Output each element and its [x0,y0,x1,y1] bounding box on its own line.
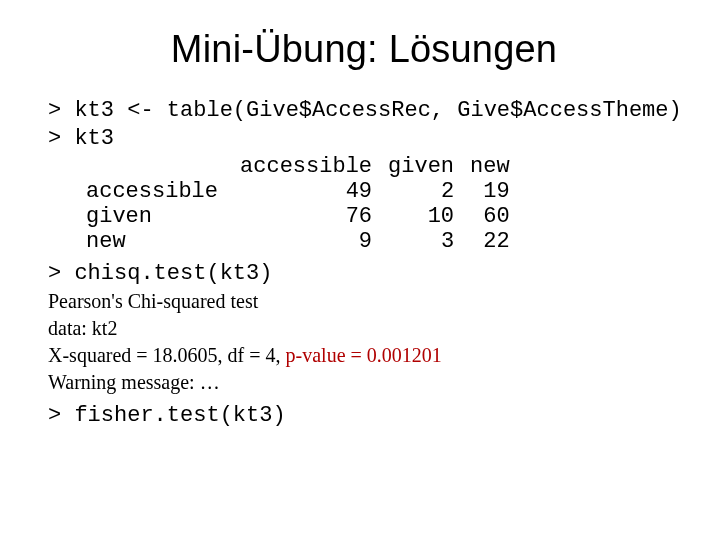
chisq-pvalue: p-value = 0.001201 [286,344,442,366]
col-header: new [462,154,518,179]
cell: 22 [462,229,518,254]
table-corner [78,154,232,179]
cell: 60 [462,204,518,229]
code-line-fisher: > fisher.test(kt3) [48,402,680,430]
slide-title: Mini-Übung: Lösungen [48,28,680,71]
row-label: given [78,204,232,229]
code-line-chisq: > chisq.test(kt3) [48,260,680,288]
cell: 10 [380,204,462,229]
cell: 76 [232,204,380,229]
code-line-print: > kt3 [48,125,680,153]
cell: 3 [380,229,462,254]
table-row: accessible 49 2 19 [78,179,518,204]
cell: 49 [232,179,380,204]
col-header: accessible [232,154,380,179]
chisq-stat-prefix: X-squared = 18.0605, df = 4, [48,344,286,366]
row-label: new [78,229,232,254]
table-row: new 9 3 22 [78,229,518,254]
cell: 2 [380,179,462,204]
chisq-title: Pearson's Chi-squared test [48,288,680,315]
row-label: accessible [78,179,232,204]
chisq-warning: Warning message: … [48,369,680,396]
col-header: given [380,154,462,179]
chisq-stats: X-squared = 18.0605, df = 4, p-value = 0… [48,342,680,369]
cell: 19 [462,179,518,204]
contingency-table: accessible given new accessible 49 2 19 … [78,154,518,254]
table-row: given 76 10 60 [78,204,518,229]
cell: 9 [232,229,380,254]
code-line-assign: > kt3 <- table(Give$AccessRec, Give$Acce… [48,97,680,125]
chisq-data-line: data: kt2 [48,315,680,342]
